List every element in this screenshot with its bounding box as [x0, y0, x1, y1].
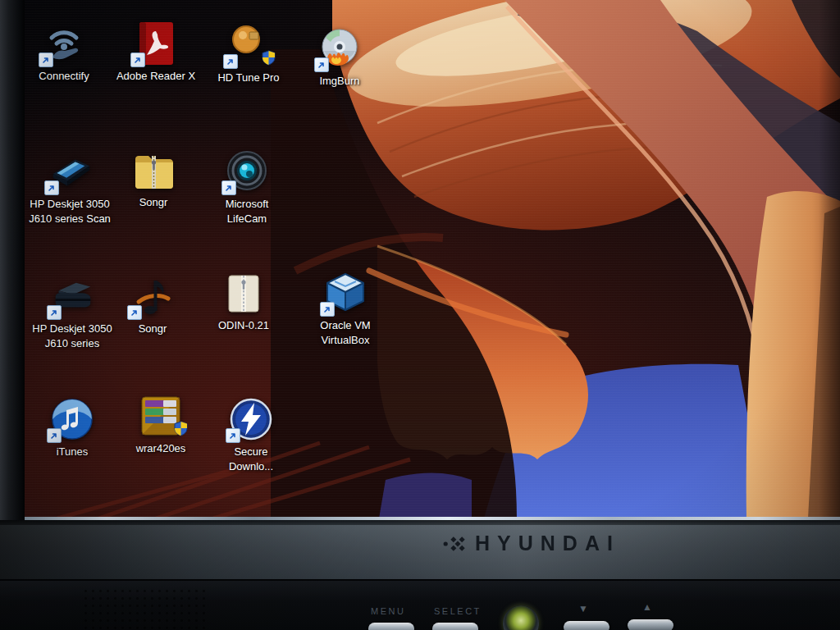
icon-label: HD Tune Pro	[217, 71, 279, 85]
monitor-photo: Connectify Adobe Reader X	[0, 0, 840, 630]
shortcut-arrow-icon	[127, 305, 142, 320]
uac-shield-icon	[262, 50, 276, 69]
icon-label: HP Deskjet 3050 J610 series Scan	[29, 197, 111, 226]
shortcut-arrow-icon	[226, 428, 240, 443]
shortcut-arrow-icon	[44, 180, 59, 195]
shortcut-arrow-icon	[39, 52, 53, 67]
shortcut-arrow-icon	[221, 180, 236, 195]
desktop-icon-microsoft-lifecam[interactable]: Microsoft LifeCam	[202, 148, 292, 226]
select-button-label: SELECT	[434, 606, 482, 616]
printer-icon	[49, 272, 95, 318]
desktop-icon-connectify[interactable]: Connectify	[25, 20, 109, 84]
lightning-bolt-icon	[228, 395, 274, 441]
desktop-icon-hp-deskjet-printer[interactable]: HP Deskjet 3050 J610 series	[27, 272, 117, 351]
monitor-left-bezel	[0, 0, 25, 525]
menu-button-label: MENU	[371, 606, 405, 616]
icon-label: iTunes	[57, 445, 89, 459]
icon-label: Microsoft LifeCam	[226, 197, 269, 226]
bezel-shading	[0, 520, 840, 579]
icon-label: Songr	[139, 322, 167, 336]
icon-label: HP Deskjet 3050 J610 series	[32, 322, 112, 351]
zipped-folder-icon	[221, 269, 267, 315]
speaker-grille	[82, 587, 205, 630]
select-button[interactable]	[432, 623, 478, 630]
icon-label: wrar420es	[136, 441, 186, 456]
desktop-icon-songr-folder[interactable]: Songr	[108, 146, 199, 210]
desktop-icon-hp-deskjet-scan[interactable]: HP Deskjet 3050 J610 series Scan	[25, 148, 115, 226]
brand-name: HYUNDAI	[475, 532, 620, 555]
icon-label: Songr	[139, 195, 168, 210]
icon-label: ImgBurn	[319, 74, 359, 89]
itunes-icon	[49, 395, 95, 441]
virtualbox-cube-icon	[322, 269, 368, 315]
power-button[interactable]	[503, 605, 539, 630]
down-arrow-label: ▼	[578, 603, 588, 614]
monitor-bottom-bezel: HYUNDAI	[0, 520, 840, 579]
up-button[interactable]	[628, 619, 673, 630]
hyundai-logo-mark-icon	[443, 534, 469, 554]
scanner-icon	[47, 148, 93, 194]
desktop-icon-itunes[interactable]: iTunes	[27, 395, 117, 459]
menu-button[interactable]	[368, 623, 414, 630]
desktop-icon-secure-download[interactable]: Secure Downlo...	[206, 395, 296, 474]
adobe-reader-icon	[133, 20, 179, 66]
shortcut-arrow-icon	[320, 302, 335, 317]
shortcut-arrow-icon	[47, 305, 62, 320]
desktop-icon-wrar420es[interactable]: wrar420es	[116, 392, 206, 456]
shortcut-arrow-icon	[314, 57, 329, 72]
desktop-icon-virtualbox[interactable]: Oracle VM VirtualBox	[300, 269, 390, 348]
shortcut-arrow-icon	[223, 54, 238, 69]
desktop-icon-songr[interactable]: Songr	[107, 272, 198, 336]
shortcut-arrow-icon	[47, 428, 62, 443]
connectify-icon	[41, 20, 87, 66]
zipped-folder-icon	[130, 146, 176, 192]
music-note-icon	[130, 272, 176, 318]
desktop-icon-imgburn[interactable]: ImgBurn	[294, 25, 385, 89]
desktop-icon-odin[interactable]: ODIN-0.21	[199, 269, 289, 333]
desktop-icon-hd-tune-pro[interactable]: HD Tune Pro	[203, 21, 294, 85]
hd-tune-pro-icon	[226, 21, 272, 67]
desktop-screen: Connectify Adobe Reader X	[25, 0, 840, 518]
monitor-control-panel: MENU SELECT ▼ ▲	[0, 579, 840, 630]
icon-label: Connectify	[39, 69, 89, 84]
icon-label: Secure Downlo...	[229, 445, 273, 474]
uac-shield-icon	[174, 421, 188, 440]
desktop-icon-adobe-reader-x[interactable]: Adobe Reader X	[111, 20, 201, 84]
webcam-lens-icon	[224, 148, 270, 194]
down-button[interactable]	[564, 621, 609, 630]
imgburn-icon	[317, 25, 363, 71]
icon-label: Adobe Reader X	[116, 69, 195, 84]
icon-label: Oracle VM VirtualBox	[320, 318, 370, 348]
winrar-books-icon	[138, 392, 184, 438]
brand-logo: HYUNDAI	[443, 532, 620, 555]
up-arrow-label: ▲	[642, 601, 652, 613]
shortcut-arrow-icon	[130, 52, 145, 67]
icon-label: ODIN-0.21	[218, 318, 269, 333]
